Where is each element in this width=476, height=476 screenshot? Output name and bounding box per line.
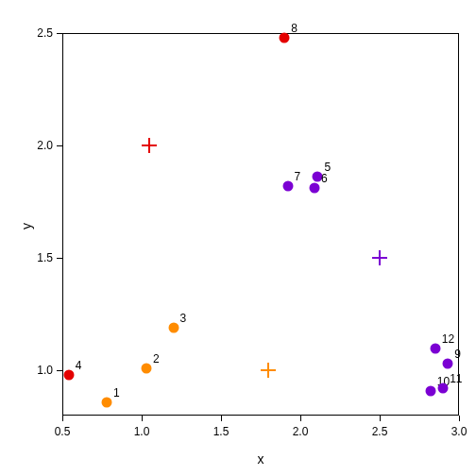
x-tick	[459, 416, 460, 421]
y-axis-label: y	[19, 223, 34, 230]
data-point-label: 12	[442, 332, 454, 346]
x-tick-label: 3.0	[451, 425, 468, 438]
data-point-label: 7	[295, 170, 301, 183]
data-point-label: 8	[291, 22, 298, 35]
y-tick	[57, 33, 62, 34]
plus-icon	[148, 138, 150, 153]
data-point	[430, 343, 440, 353]
data-point	[443, 359, 453, 369]
plot-area	[62, 33, 459, 416]
data-point	[102, 397, 112, 407]
data-point	[280, 32, 290, 42]
x-tick-label: 2.0	[293, 425, 309, 438]
y-tick	[57, 145, 62, 146]
scatter-chart: x y 0.51.01.52.02.53.01.01.52.02.5123456…	[0, 0, 476, 476]
data-point-label: 11	[450, 372, 462, 385]
data-point	[168, 323, 178, 333]
data-point	[142, 363, 152, 373]
data-point-label: 1	[113, 386, 120, 400]
data-point	[425, 385, 435, 396]
x-tick-label: 1.5	[213, 425, 230, 438]
x-tick	[380, 416, 381, 421]
y-tick	[57, 370, 62, 371]
y-tick	[57, 258, 62, 259]
x-tick	[62, 416, 63, 421]
x-tick	[142, 416, 143, 421]
y-tick-label: 1.5	[32, 251, 53, 264]
y-tick-label: 2.5	[32, 26, 53, 40]
data-point-label: 9	[454, 348, 461, 361]
x-tick	[221, 416, 222, 421]
x-tick	[300, 416, 301, 421]
data-point-label: 6	[321, 172, 328, 185]
data-point	[282, 181, 293, 192]
x-axis-label: x	[62, 451, 459, 467]
x-tick-label: 1.0	[134, 425, 150, 438]
data-point	[310, 183, 320, 194]
data-point-label: 3	[180, 312, 187, 325]
data-point	[63, 370, 74, 381]
x-tick-label: 0.5	[55, 425, 71, 438]
plus-icon	[379, 250, 381, 265]
x-tick-label: 2.5	[372, 425, 388, 438]
data-point-label: 2	[153, 352, 160, 366]
y-tick-label: 1.0	[32, 364, 53, 377]
plus-icon	[267, 363, 269, 378]
data-point	[438, 383, 449, 394]
y-tick-label: 2.0	[32, 139, 53, 152]
data-point-label: 4	[76, 359, 82, 372]
